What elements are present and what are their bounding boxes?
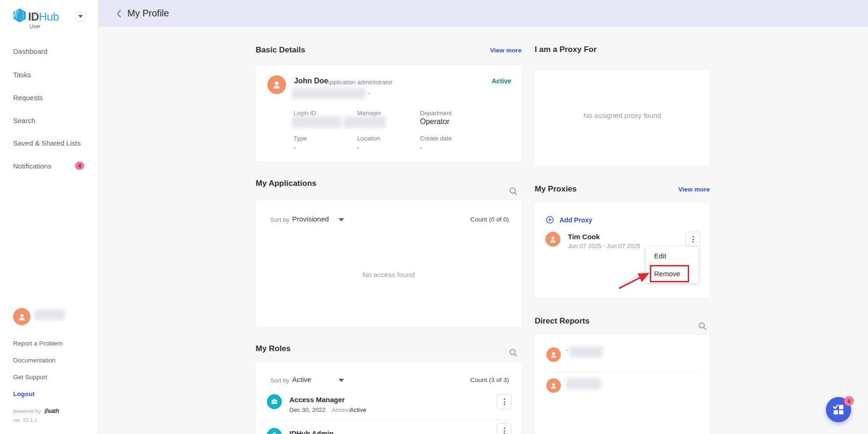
roles-sort-dropdown[interactable]: Active [292, 375, 311, 383]
person-icon [548, 235, 558, 244]
applications-empty-message: No access found [256, 271, 522, 279]
role-access-value: Active [350, 406, 366, 413]
role-kebab-menu-button[interactable] [497, 394, 512, 409]
role-name[interactable]: IDHub Admin [289, 429, 333, 434]
sidebar-item-dashboard[interactable]: Dashboard [13, 47, 47, 55]
annotation-arrow [611, 268, 658, 294]
roles-sort-caret-icon[interactable] [338, 379, 344, 382]
field-label-manager: Manager [357, 110, 381, 117]
report-name-redacted [570, 346, 603, 358]
brand-hub: Hub [39, 10, 59, 23]
fab-count-badge: 0 [844, 396, 854, 406]
role-row-divider [267, 419, 510, 420]
page-header: My Profile [98, 0, 868, 27]
sidebar-item-tasks[interactable]: Tasks [13, 71, 31, 79]
report-avatar [546, 347, 561, 362]
powered-by-label: powered by [13, 408, 41, 414]
direct-reports-header: Direct Reports [535, 316, 710, 326]
proxy-name: Tim Cook [568, 233, 600, 241]
proxy-for-card: No assigned proxy found [535, 70, 710, 166]
my-applications-header: My Applications [256, 179, 522, 188]
field-value-create-date: - [420, 144, 422, 152]
proxy-for-empty-message: No assigned proxy found [535, 111, 710, 119]
plus-circle-icon [546, 216, 554, 224]
role-name[interactable]: Access Manager [289, 396, 345, 404]
field-label-department: Department [420, 110, 452, 117]
my-roles-card: Sort by Active Count (3 of 3) Access Man… [256, 363, 522, 434]
back-button[interactable] [116, 9, 122, 18]
field-label-location: Location [357, 135, 380, 142]
brand-subtitle: User [29, 23, 40, 29]
sidebar-report-problem[interactable]: Report a Problem [13, 340, 63, 347]
role-date: Dec 30, 2022 [289, 406, 325, 413]
sath-logo: ⟨/sath [44, 407, 59, 414]
brand-logo-text: IDHub [28, 10, 59, 23]
my-applications-card: Sort by Provisioned Count (0 of 0) No ac… [256, 200, 522, 327]
direct-reports-title: Direct Reports [535, 316, 589, 326]
basic-details-header: Basic Details View more [256, 45, 522, 55]
sidebar-item-notifications[interactable]: Notifications [13, 162, 51, 170]
briefcase-icon [270, 431, 279, 434]
applications-sort-dropdown[interactable]: Provisioned [292, 215, 329, 223]
my-proxies-title: My Proxies [535, 184, 577, 194]
sidebar-item-search[interactable]: Search [13, 117, 36, 125]
chevron-left-icon [116, 9, 122, 18]
sidebar-item-saved-shared-lists[interactable]: Saved & Shared Lists [13, 139, 81, 147]
role-kebab-menu-button[interactable] [497, 423, 512, 434]
roles-search-icon[interactable] [509, 348, 518, 358]
applications-search-icon[interactable] [509, 187, 518, 196]
menu-item-edit[interactable]: Edit [646, 247, 699, 265]
applications-sort-caret-icon[interactable] [338, 218, 344, 221]
sidebar-logout[interactable]: Logout [13, 390, 35, 397]
proxy-for-title: I am a Proxy For [535, 45, 596, 54]
profile-avatar [267, 75, 286, 94]
notifications-count-badge: 4 [75, 162, 84, 170]
sidebar-documentation[interactable]: Documentation [13, 357, 56, 364]
my-proxies-header: My Proxies View more [535, 184, 710, 194]
app-window: IDHub User Dashboard Tasks Requests Sear… [0, 0, 868, 434]
person-icon [17, 312, 27, 322]
role-access-label: Access [331, 406, 351, 413]
sidebar-get-support[interactable]: Get Support [13, 374, 47, 381]
person-icon [549, 350, 558, 359]
report-avatar [546, 378, 561, 393]
proxy-for-header: I am a Proxy For [535, 45, 710, 54]
direct-reports-search-icon[interactable] [698, 322, 707, 331]
profile-email-dash: - [368, 89, 370, 96]
proxy-avatar [545, 232, 560, 247]
version-label: ver. 25.1.1 [13, 417, 37, 423]
profile-email-redacted [292, 88, 366, 99]
report-row-divider [546, 371, 699, 372]
profile-name: John Doe [294, 77, 328, 85]
proxy-kebab-menu-button[interactable] [685, 232, 700, 247]
my-applications-title: My Applications [256, 179, 316, 188]
role-icon-circle [267, 428, 282, 434]
person-icon [271, 79, 282, 90]
field-label-type: Type [294, 135, 307, 142]
field-value-location: - [357, 144, 360, 152]
proxy-period: Jun 07 2025 - Jun 07 2025 [568, 243, 640, 250]
basic-details-card: John Doe Application administrator - Act… [256, 66, 522, 162]
add-proxy-label: Add Proxy [559, 216, 592, 224]
powered-by: powered by ⟨/sath [13, 407, 59, 414]
my-roles-header: My Roles [256, 344, 522, 353]
roles-sort-label: Sort by [270, 377, 289, 384]
profile-status-badge: Active [492, 77, 511, 85]
field-label-login-id: Login ID [294, 110, 316, 117]
roles-count: Count (3 of 3) [470, 376, 509, 383]
report-dash: - [566, 347, 568, 353]
add-proxy-button[interactable]: Add Proxy [546, 216, 592, 224]
page-title: My Profile [127, 8, 169, 19]
basic-details-title: Basic Details [256, 45, 305, 55]
field-value-type: - [294, 144, 296, 152]
user-avatar[interactable] [13, 308, 30, 325]
sidebar-item-requests[interactable]: Requests [13, 94, 43, 102]
my-proxies-view-more[interactable]: View more [678, 186, 710, 193]
basic-details-view-more[interactable]: View more [490, 47, 522, 54]
checklist-grid-icon [833, 404, 844, 415]
direct-reports-card: - [535, 335, 710, 434]
brand-switcher-button[interactable] [75, 11, 86, 22]
sidebar: IDHub User Dashboard Tasks Requests Sear… [0, 0, 98, 434]
briefcase-icon [270, 397, 279, 406]
report-name-redacted [566, 378, 601, 389]
